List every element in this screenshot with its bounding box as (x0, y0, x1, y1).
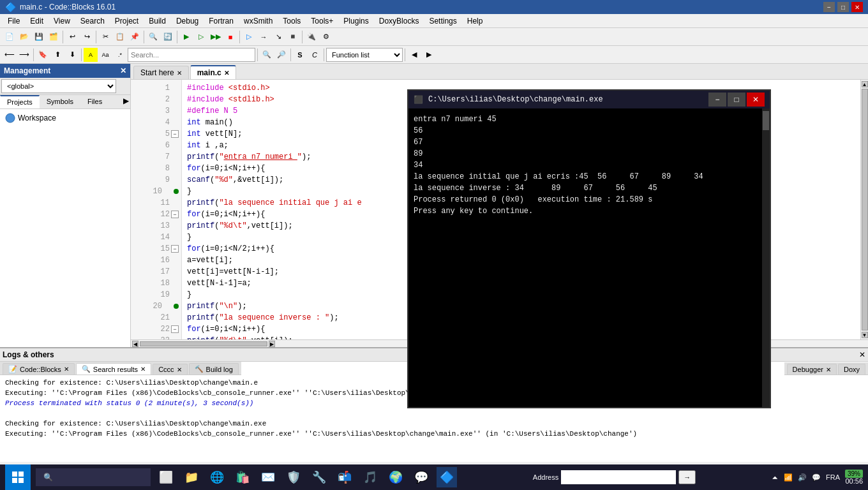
zoom-out-button[interactable]: 🔎 (274, 48, 288, 62)
taskbar-codeblocks[interactable]: 🔷 (437, 467, 457, 487)
open-file-button[interactable]: 📂 (17, 30, 31, 44)
workspace-item[interactable]: Workspace (3, 112, 128, 124)
menu-wxsmith[interactable]: wxSmith (239, 15, 278, 27)
maximize-button[interactable]: □ (837, 2, 849, 12)
terminal-maximize-btn[interactable]: □ (728, 93, 745, 107)
taskbar-search[interactable]: 🔍 (36, 468, 151, 486)
minimize-button[interactable]: − (823, 2, 835, 12)
tray-up-arrow[interactable]: ⏶ (772, 473, 779, 481)
menu-project[interactable]: Project (110, 15, 144, 27)
scroll-down-btn[interactable]: ▼ (862, 332, 868, 338)
jump-fwd-button[interactable]: ⟶ (17, 48, 31, 62)
save-all-button[interactable]: 🗂️ (47, 30, 61, 44)
jump-back-button[interactable]: ⟵ (3, 48, 17, 62)
menu-doxyblocks[interactable]: DoxyBlocks (374, 15, 424, 27)
spell2-button[interactable]: C (308, 48, 322, 62)
scroll-up-btn[interactable]: ▲ (862, 81, 868, 87)
tab-start-here-close[interactable]: ✕ (177, 70, 182, 77)
taskbar-mail[interactable]: ✉️ (258, 467, 278, 487)
logs-tab-buildlog[interactable]: 🔨 Build log (189, 363, 239, 375)
taskbar-extra5[interactable]: 💬 (411, 467, 431, 487)
panel-tab-projects[interactable]: Projects (0, 95, 40, 108)
debug-stop-button[interactable]: ◾ (286, 30, 300, 44)
taskbar-security[interactable]: 🛡️ (283, 467, 304, 487)
menu-plugins[interactable]: Plugins (338, 15, 373, 27)
save-button[interactable]: 💾 (32, 30, 46, 44)
taskbar-extra1[interactable]: 🔧 (309, 467, 329, 487)
menu-edit[interactable]: Edit (25, 15, 49, 27)
fold-btn-5[interactable]: − (171, 130, 179, 138)
taskbar-extra4[interactable]: 🌍 (385, 467, 406, 487)
menu-build[interactable]: Build (144, 15, 171, 27)
nav-btn2[interactable]: ▶ (422, 48, 436, 62)
menu-view[interactable]: View (49, 15, 75, 27)
hscroll-thumb[interactable] (140, 341, 267, 346)
scroll-thumb[interactable] (862, 89, 868, 330)
tab-main-c[interactable]: main.c ✕ (190, 65, 236, 79)
stop-button[interactable]: ■ (223, 30, 237, 44)
start-button[interactable] (5, 464, 31, 490)
menu-tools[interactable]: Tools (278, 15, 306, 27)
logs-tab-debugger-close[interactable]: ✕ (826, 366, 831, 373)
paste-button[interactable]: 📌 (128, 30, 142, 44)
bookmark-toggle-button[interactable]: 🔖 (36, 48, 50, 62)
terminal-minimize-btn[interactable]: − (708, 93, 726, 107)
terminal-scroll-thumb[interactable] (763, 111, 769, 130)
taskbar-store[interactable]: 🛍️ (232, 467, 253, 487)
build-button[interactable]: ▶ (179, 30, 193, 44)
logs-tab-debugger[interactable]: Debugger ✕ (787, 364, 837, 375)
menu-file[interactable]: File (3, 15, 25, 27)
fold-btn-22[interactable]: − (171, 325, 179, 333)
logs-tab-search[interactable]: 🔍 Search results ✕ (76, 363, 151, 375)
taskbar-extra3[interactable]: 🎵 (360, 467, 380, 487)
logs-tab-doxy[interactable]: Doxy (838, 364, 865, 375)
function-dropdown[interactable]: Function list (326, 48, 403, 62)
run-button[interactable]: ▷ (194, 30, 208, 44)
debug-run-button[interactable]: ▷ (242, 30, 256, 44)
menu-settings[interactable]: Settings (424, 15, 461, 27)
tab-main-c-close[interactable]: ✕ (224, 70, 229, 77)
replace-button[interactable]: 🔄 (161, 30, 175, 44)
nav-btn1[interactable]: ◀ (407, 48, 421, 62)
regex-button[interactable]: .* (113, 48, 127, 62)
logs-tab-search-close[interactable]: ✕ (140, 366, 146, 373)
copy-button[interactable]: 📋 (113, 30, 127, 44)
redo-button[interactable]: ↪ (80, 30, 94, 44)
logs-tab-codeblocks[interactable]: 📝 Code::Blocks ✕ (3, 363, 75, 375)
fold-btn-15[interactable]: − (171, 245, 179, 253)
logs-tab-codeblocks-close[interactable]: ✕ (64, 366, 69, 373)
taskbar-extra2[interactable]: 📬 (334, 467, 355, 487)
logs-tab-cccc[interactable]: Cccc ✕ (153, 364, 187, 375)
panel-tab-files[interactable]: Files (80, 95, 109, 108)
prev-bookmark-button[interactable]: ⬆ (50, 48, 64, 62)
cut-button[interactable]: ✂ (98, 30, 112, 44)
new-file-button[interactable]: 📄 (3, 30, 17, 44)
terminal-close-btn[interactable]: ✕ (747, 93, 765, 107)
logs-tab-cccc-close[interactable]: ✕ (177, 366, 182, 373)
close-button[interactable]: ✕ (851, 2, 863, 12)
settings-btn2[interactable]: ⚙ (319, 30, 333, 44)
zoom-in-button[interactable]: 🔍 (260, 48, 274, 62)
logs-close-icon[interactable]: ✕ (859, 350, 865, 359)
panel-tab-symbols[interactable]: Symbols (40, 95, 80, 108)
menu-debug[interactable]: Debug (171, 15, 204, 27)
debug-step-button[interactable]: ↘ (271, 30, 285, 44)
terminal-scrollbar[interactable] (762, 108, 770, 407)
menu-fortran[interactable]: Fortran (204, 15, 239, 27)
editor-scrollbar[interactable]: ▲ ▼ (860, 80, 868, 339)
taskbar-file-explorer[interactable]: 📁 (181, 467, 202, 487)
address-input[interactable] (561, 470, 676, 484)
taskbar-browser[interactable]: 🌐 (207, 467, 227, 487)
debug-next-button[interactable]: → (257, 30, 271, 44)
fold-btn-12[interactable]: − (171, 211, 179, 218)
scroll-left-btn[interactable]: ◀ (132, 341, 138, 347)
spell1-button[interactable]: S (293, 48, 307, 62)
build-run-button[interactable]: ▶▶ (209, 30, 223, 44)
global-scope-dropdown[interactable]: <global> (1, 79, 116, 93)
next-bookmark-button[interactable]: ⬇ (65, 48, 79, 62)
panel-close-icon[interactable]: ✕ (120, 66, 126, 75)
menu-tools-plus[interactable]: Tools+ (306, 15, 338, 27)
address-go-btn[interactable]: → (678, 470, 696, 484)
tab-start-here[interactable]: Start here ✕ (133, 66, 189, 79)
menu-help[interactable]: Help (462, 15, 488, 27)
